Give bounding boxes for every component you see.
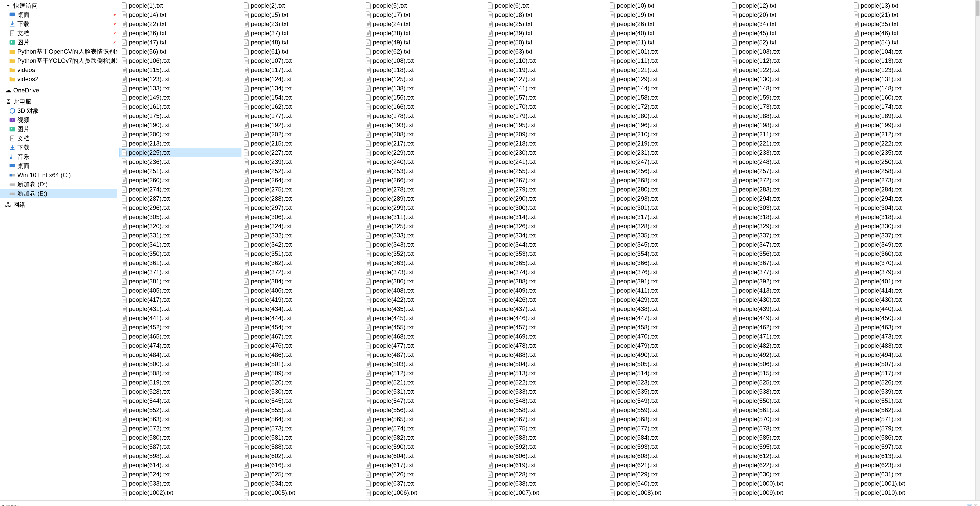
file-item[interactable]: people(275).txt bbox=[242, 185, 363, 194]
file-item[interactable]: people(619).txt bbox=[485, 461, 608, 470]
file-item[interactable]: people(334).txt bbox=[485, 231, 608, 240]
file-item[interactable]: people(108).txt bbox=[363, 56, 485, 65]
file-item[interactable]: people(379).txt bbox=[851, 267, 974, 277]
file-item[interactable]: people(392).txt bbox=[729, 277, 851, 286]
tree-item[interactable]: Win 10 Ent x64 (C:) bbox=[0, 170, 118, 180]
file-item[interactable]: people(406).txt bbox=[242, 286, 363, 295]
file-item[interactable]: people(458).txt bbox=[608, 323, 729, 332]
file-item[interactable]: people(305).txt bbox=[119, 212, 242, 221]
file-item[interactable]: people(299).txt bbox=[363, 203, 485, 212]
file-item[interactable]: people(101).txt bbox=[608, 47, 729, 56]
file-item[interactable]: people(401).txt bbox=[851, 277, 974, 286]
file-item[interactable]: people(36).txt bbox=[119, 29, 242, 38]
file-item[interactable]: people(328).txt bbox=[608, 221, 729, 231]
file-item[interactable]: people(454).txt bbox=[242, 323, 363, 332]
file-item[interactable]: people(193).txt bbox=[363, 121, 485, 130]
network[interactable]: 🖧网络 bbox=[0, 200, 118, 209]
file-item[interactable]: people(469).txt bbox=[485, 332, 608, 341]
file-item[interactable]: people(563).txt bbox=[119, 415, 242, 424]
file-item[interactable]: people(296).txt bbox=[119, 203, 242, 212]
file-item[interactable]: people(381).txt bbox=[119, 277, 242, 286]
tree-item[interactable]: 桌面📌 bbox=[0, 10, 118, 19]
file-item[interactable]: people(587).txt bbox=[119, 442, 242, 451]
file-item[interactable]: people(231).txt bbox=[608, 148, 729, 157]
file-item[interactable]: people(278).txt bbox=[363, 185, 485, 194]
file-item[interactable]: people(538).txt bbox=[729, 387, 851, 396]
file-item[interactable]: people(250).txt bbox=[851, 157, 974, 167]
file-item[interactable]: people(504).txt bbox=[485, 360, 608, 369]
file-item[interactable]: people(555).txt bbox=[242, 406, 363, 415]
file-item[interactable]: people(562).txt bbox=[851, 406, 974, 415]
tree-item[interactable]: 下载 bbox=[0, 143, 118, 152]
file-item[interactable]: people(440).txt bbox=[851, 304, 974, 313]
file-item[interactable]: people(449).txt bbox=[729, 313, 851, 323]
file-item[interactable]: people(463).txt bbox=[851, 323, 974, 332]
file-item[interactable]: people(294).txt bbox=[851, 194, 974, 203]
file-item[interactable]: people(324).txt bbox=[242, 221, 363, 231]
file-item[interactable]: people(552).txt bbox=[119, 406, 242, 415]
file-item[interactable]: people(159).txt bbox=[729, 93, 851, 102]
onedrive[interactable]: ☁OneDrive bbox=[0, 86, 118, 95]
file-item[interactable]: people(342).txt bbox=[242, 240, 363, 249]
file-item[interactable]: people(134).txt bbox=[242, 84, 363, 93]
file-item[interactable]: people(521).txt bbox=[363, 378, 485, 387]
file-item[interactable]: people(253).txt bbox=[363, 167, 485, 176]
file-item[interactable]: people(468).txt bbox=[363, 332, 485, 341]
file-item[interactable]: people(613).txt bbox=[851, 451, 974, 461]
file-item[interactable]: people(217).txt bbox=[363, 139, 485, 148]
file-item[interactable]: people(22).txt bbox=[119, 19, 242, 29]
file-item[interactable]: people(301).txt bbox=[608, 203, 729, 212]
file-item[interactable]: people(506).txt bbox=[729, 360, 851, 369]
file-item[interactable]: people(434).txt bbox=[242, 304, 363, 313]
file-item[interactable]: people(210).txt bbox=[608, 130, 729, 139]
file-item[interactable]: people(148).txt bbox=[851, 84, 974, 93]
file-item[interactable]: people(337).txt bbox=[851, 231, 974, 240]
file-item[interactable]: people(227).txt bbox=[242, 148, 363, 157]
this-pc[interactable]: 🖥此电脑 bbox=[0, 97, 118, 106]
file-item[interactable]: people(533).txt bbox=[485, 387, 608, 396]
file-item[interactable]: people(422).txt bbox=[363, 295, 485, 304]
file-item[interactable]: people(528).txt bbox=[119, 387, 242, 396]
tree-item[interactable]: 新加卷 (D:) bbox=[0, 180, 118, 189]
file-item[interactable]: people(520).txt bbox=[242, 378, 363, 387]
file-item[interactable]: people(6).txt bbox=[485, 1, 608, 10]
file-item[interactable]: people(200).txt bbox=[119, 130, 242, 139]
file-item[interactable]: people(1020).txt bbox=[363, 497, 485, 500]
file-item[interactable]: people(170).txt bbox=[485, 102, 608, 111]
file-item[interactable]: people(233).txt bbox=[729, 148, 851, 157]
file-item[interactable]: people(549).txt bbox=[608, 396, 729, 406]
file-item[interactable]: people(111).txt bbox=[608, 56, 729, 65]
file-item[interactable]: people(19).txt bbox=[608, 10, 729, 19]
file-item[interactable]: people(1022).txt bbox=[608, 497, 729, 500]
file-item[interactable]: people(51).txt bbox=[608, 38, 729, 47]
file-item[interactable]: people(178).txt bbox=[363, 111, 485, 121]
file-item[interactable]: people(2).txt bbox=[242, 1, 363, 10]
file-item[interactable]: people(341).txt bbox=[119, 240, 242, 249]
file-item[interactable]: people(617).txt bbox=[363, 461, 485, 470]
file-item[interactable]: people(198).txt bbox=[729, 121, 851, 130]
file-item[interactable]: people(350).txt bbox=[119, 249, 242, 258]
file-item[interactable]: people(593).txt bbox=[608, 442, 729, 451]
file-item[interactable]: people(62).txt bbox=[363, 47, 485, 56]
file-item[interactable]: people(1019).txt bbox=[242, 497, 363, 500]
file-item[interactable]: people(405).txt bbox=[119, 286, 242, 295]
file-item[interactable]: people(235).txt bbox=[851, 148, 974, 157]
file-item[interactable]: people(219).txt bbox=[608, 139, 729, 148]
file-item[interactable]: people(551).txt bbox=[851, 396, 974, 406]
file-item[interactable]: people(476).txt bbox=[242, 341, 363, 350]
file-item[interactable]: people(430).txt bbox=[729, 295, 851, 304]
file-item[interactable]: people(239).txt bbox=[242, 157, 363, 167]
file-item[interactable]: people(54).txt bbox=[851, 38, 974, 47]
file-item[interactable]: people(273).txt bbox=[851, 176, 974, 185]
file-item[interactable]: people(337).txt bbox=[729, 231, 851, 240]
file-item[interactable]: people(486).txt bbox=[242, 350, 363, 360]
file-item[interactable]: people(48).txt bbox=[242, 38, 363, 47]
tree-item[interactable]: 新加卷 (E:) bbox=[0, 189, 118, 198]
file-item[interactable]: people(333).txt bbox=[363, 231, 485, 240]
file-item[interactable]: people(473).txt bbox=[851, 332, 974, 341]
file-item[interactable]: people(34).txt bbox=[729, 19, 851, 29]
file-item[interactable]: people(268).txt bbox=[608, 176, 729, 185]
file-item[interactable]: people(335).txt bbox=[608, 231, 729, 240]
file-item[interactable]: people(505).txt bbox=[608, 360, 729, 369]
file-item[interactable]: people(161).txt bbox=[119, 102, 242, 111]
